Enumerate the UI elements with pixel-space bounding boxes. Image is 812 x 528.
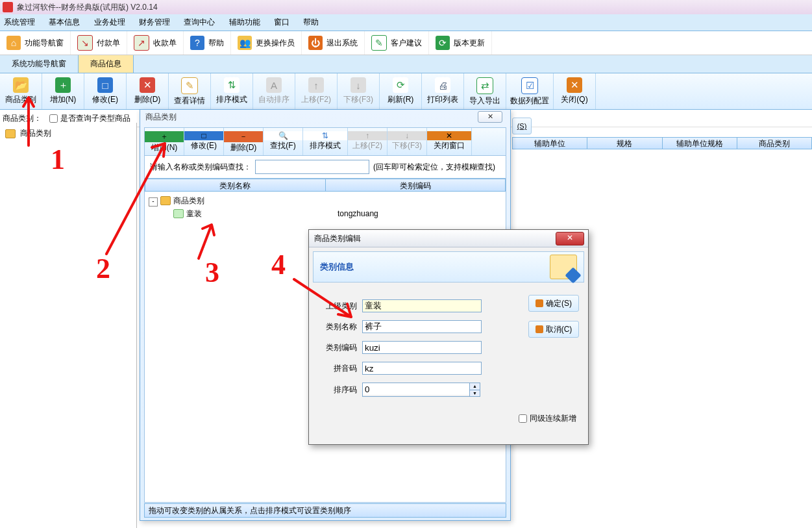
plus-icon: ＋ [55,77,71,93]
columns-icon: ☑ [521,77,538,94]
bt-autosort: A自动排序 [253,73,295,109]
note-icon: ✎ [371,35,387,51]
close-icon: ✕ [567,77,582,93]
title-bar: 象过河软件--财务经典版(试用版) V2.0.14 [0,0,812,14]
bt-category[interactable]: 📂商品类别 [0,73,42,109]
bt-detail[interactable]: ✎查看详情 [169,73,211,109]
bt-movedown: ↓下移(F3) [338,73,380,109]
goods-toolbar: 📂商品类别 ＋增加(N) □修改(E) ✕删除(D) ✎查看详情 ⇅排序模式 A… [0,73,812,110]
user-icon: 👥 [238,36,252,50]
tb-exit[interactable]: ⏻退出系统 [302,31,365,55]
bt-columns[interactable]: ☑数据列配置 [506,73,554,109]
tb-help[interactable]: ?帮助 [184,31,231,55]
side-root-node[interactable]: 商品类别 [0,127,136,127]
menu-window[interactable]: 窗口 [274,17,289,28]
tb-switchuser[interactable]: 👥更换操作员 [231,31,302,55]
tab-nav[interactable]: 系统功能导航窗 [0,55,79,73]
filter-label: 商品类别： [3,113,42,124]
home-icon: ⌂ [6,36,21,50]
modal-title-bar[interactable]: 商品类别 ✕ [140,110,510,124]
menu-finance[interactable]: 财务管理 [139,17,170,28]
tb-update[interactable]: ⟳版本更新 [429,31,492,55]
bt-refresh[interactable]: ⟳刷新(R) [380,73,422,109]
s-button[interactable]: (S) [512,118,532,127]
modal-close-button[interactable]: ✕ [478,111,502,123]
square-icon: □ [97,77,113,93]
menu-bar: 系统管理 基本信息 业务处理 财务管理 查询中心 辅助功能 窗口 帮助 [0,14,812,31]
doc-tabs: 系统功能导航窗 商品信息 [0,55,812,73]
tab-goods[interactable]: 商品信息 [79,55,134,73]
help-icon: ? [190,36,204,50]
bt-print[interactable]: 🖨打印列表 [422,73,464,109]
tb-nav[interactable]: ⌂功能导航窗 [0,31,71,55]
folder-icon: 📂 [13,77,29,93]
power-icon: ⏻ [308,36,323,50]
x-icon: ✕ [140,77,155,93]
autosort-icon: A [266,77,282,93]
bt-edit[interactable]: □修改(E) [84,73,127,109]
app-title: 象过河软件--财务经典版(试用版) V2.0.14 [17,3,158,12]
category-modal: 商品类别 ✕ ＋增加(N) □修改(E) －删除(D) 🔍查找(F) ⇅排序模式… [140,109,511,127]
sort-icon: ⇅ [224,77,240,93]
tb-recv[interactable]: ↗收款单 [127,31,184,55]
menu-basic[interactable]: 基本信息 [49,17,80,28]
bt-sort[interactable]: ⇅排序模式 [211,73,253,109]
tb-pay[interactable]: ↘付款单 [71,31,127,55]
filter-subtype-checkbox[interactable] [49,114,58,123]
app-logo-icon [3,2,13,12]
pencil-icon: ✎ [181,77,198,94]
tb-feedback[interactable]: ✎客户建议 [365,31,429,55]
bt-delete[interactable]: ✕删除(D) [127,73,169,109]
main-toolbar: ⌂功能导航窗 ↘付款单 ↗收款单 ?帮助 👥更换操作员 ⏻退出系统 ✎客户建议 … [0,31,812,55]
down-icon: ↓ [351,77,366,93]
bt-importexport[interactable]: ⇄导入导出 [464,73,506,109]
bt-close[interactable]: ✕关闭(Q) [554,73,596,109]
side-tree: 商品类别 [0,123,137,127]
menu-help[interactable]: 帮助 [303,17,319,28]
import-icon: ⇄ [476,77,493,94]
print-icon: 🖨 [435,77,450,93]
menu-query[interactable]: 查询中心 [184,17,215,28]
filter-checkbox-label: 是否查询子类型商品 [60,113,130,124]
bt-add[interactable]: ＋增加(N) [42,73,84,109]
menu-system[interactable]: 系统管理 [4,17,35,28]
menu-business[interactable]: 业务处理 [94,17,125,28]
recv-icon: ↗ [134,35,149,51]
update-icon: ⟳ [436,36,450,50]
bt-moveup: ↑上移(F2) [295,73,338,109]
menu-aux[interactable]: 辅助功能 [229,17,260,28]
up-icon: ↑ [308,77,324,93]
refresh-icon: ⟳ [393,77,408,93]
pay-icon: ↘ [77,35,93,51]
